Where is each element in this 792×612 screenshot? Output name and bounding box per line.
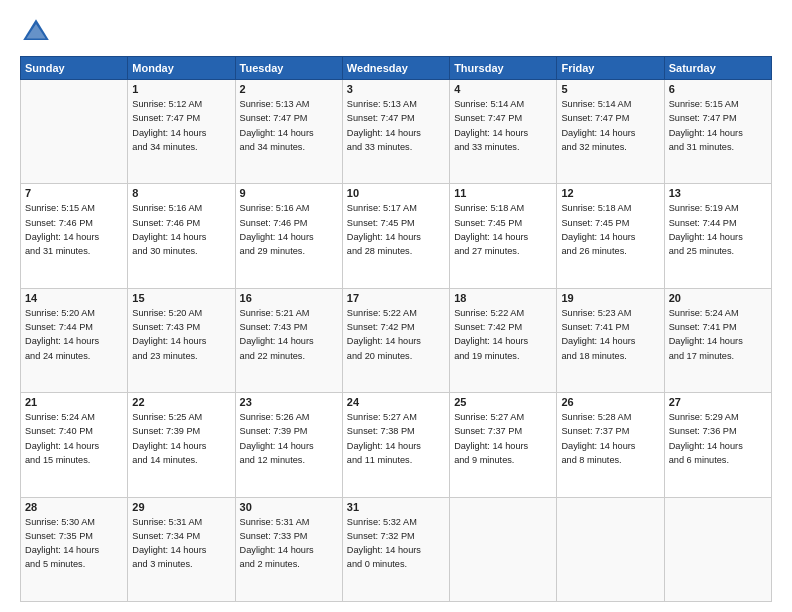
calendar-cell: 16Sunrise: 5:21 AM Sunset: 7:43 PM Dayli… bbox=[235, 288, 342, 392]
calendar-cell: 3Sunrise: 5:13 AM Sunset: 7:47 PM Daylig… bbox=[342, 80, 449, 184]
day-info: Sunrise: 5:29 AM Sunset: 7:36 PM Dayligh… bbox=[669, 410, 767, 467]
calendar-cell: 9Sunrise: 5:16 AM Sunset: 7:46 PM Daylig… bbox=[235, 184, 342, 288]
day-number: 27 bbox=[669, 396, 767, 408]
day-info: Sunrise: 5:22 AM Sunset: 7:42 PM Dayligh… bbox=[347, 306, 445, 363]
day-info: Sunrise: 5:24 AM Sunset: 7:40 PM Dayligh… bbox=[25, 410, 123, 467]
calendar-cell bbox=[557, 497, 664, 601]
calendar-cell: 30Sunrise: 5:31 AM Sunset: 7:33 PM Dayli… bbox=[235, 497, 342, 601]
calendar-cell: 13Sunrise: 5:19 AM Sunset: 7:44 PM Dayli… bbox=[664, 184, 771, 288]
day-number: 24 bbox=[347, 396, 445, 408]
day-info: Sunrise: 5:18 AM Sunset: 7:45 PM Dayligh… bbox=[454, 201, 552, 258]
calendar-cell: 6Sunrise: 5:15 AM Sunset: 7:47 PM Daylig… bbox=[664, 80, 771, 184]
calendar-cell: 22Sunrise: 5:25 AM Sunset: 7:39 PM Dayli… bbox=[128, 393, 235, 497]
calendar-header-monday: Monday bbox=[128, 57, 235, 80]
day-info: Sunrise: 5:14 AM Sunset: 7:47 PM Dayligh… bbox=[454, 97, 552, 154]
day-info: Sunrise: 5:16 AM Sunset: 7:46 PM Dayligh… bbox=[132, 201, 230, 258]
calendar-cell: 23Sunrise: 5:26 AM Sunset: 7:39 PM Dayli… bbox=[235, 393, 342, 497]
day-number: 31 bbox=[347, 501, 445, 513]
calendar-header-sunday: Sunday bbox=[21, 57, 128, 80]
day-number: 1 bbox=[132, 83, 230, 95]
calendar-cell: 14Sunrise: 5:20 AM Sunset: 7:44 PM Dayli… bbox=[21, 288, 128, 392]
day-number: 29 bbox=[132, 501, 230, 513]
day-info: Sunrise: 5:16 AM Sunset: 7:46 PM Dayligh… bbox=[240, 201, 338, 258]
calendar-cell: 7Sunrise: 5:15 AM Sunset: 7:46 PM Daylig… bbox=[21, 184, 128, 288]
day-info: Sunrise: 5:13 AM Sunset: 7:47 PM Dayligh… bbox=[347, 97, 445, 154]
day-number: 15 bbox=[132, 292, 230, 304]
calendar-header-wednesday: Wednesday bbox=[342, 57, 449, 80]
day-info: Sunrise: 5:28 AM Sunset: 7:37 PM Dayligh… bbox=[561, 410, 659, 467]
calendar-cell bbox=[664, 497, 771, 601]
calendar-cell: 28Sunrise: 5:30 AM Sunset: 7:35 PM Dayli… bbox=[21, 497, 128, 601]
header bbox=[20, 16, 772, 48]
calendar-cell: 8Sunrise: 5:16 AM Sunset: 7:46 PM Daylig… bbox=[128, 184, 235, 288]
day-info: Sunrise: 5:15 AM Sunset: 7:46 PM Dayligh… bbox=[25, 201, 123, 258]
calendar-cell bbox=[450, 497, 557, 601]
calendar-header-row: SundayMondayTuesdayWednesdayThursdayFrid… bbox=[21, 57, 772, 80]
day-number: 28 bbox=[25, 501, 123, 513]
day-number: 5 bbox=[561, 83, 659, 95]
page: SundayMondayTuesdayWednesdayThursdayFrid… bbox=[0, 0, 792, 612]
day-number: 10 bbox=[347, 187, 445, 199]
calendar-cell: 27Sunrise: 5:29 AM Sunset: 7:36 PM Dayli… bbox=[664, 393, 771, 497]
calendar-cell: 31Sunrise: 5:32 AM Sunset: 7:32 PM Dayli… bbox=[342, 497, 449, 601]
day-number: 16 bbox=[240, 292, 338, 304]
day-number: 11 bbox=[454, 187, 552, 199]
calendar-cell: 24Sunrise: 5:27 AM Sunset: 7:38 PM Dayli… bbox=[342, 393, 449, 497]
day-info: Sunrise: 5:27 AM Sunset: 7:37 PM Dayligh… bbox=[454, 410, 552, 467]
day-info: Sunrise: 5:32 AM Sunset: 7:32 PM Dayligh… bbox=[347, 515, 445, 572]
day-number: 25 bbox=[454, 396, 552, 408]
day-info: Sunrise: 5:20 AM Sunset: 7:43 PM Dayligh… bbox=[132, 306, 230, 363]
day-number: 23 bbox=[240, 396, 338, 408]
calendar-header-tuesday: Tuesday bbox=[235, 57, 342, 80]
calendar-cell: 4Sunrise: 5:14 AM Sunset: 7:47 PM Daylig… bbox=[450, 80, 557, 184]
day-info: Sunrise: 5:27 AM Sunset: 7:38 PM Dayligh… bbox=[347, 410, 445, 467]
day-number: 17 bbox=[347, 292, 445, 304]
logo bbox=[20, 16, 56, 48]
calendar-cell: 19Sunrise: 5:23 AM Sunset: 7:41 PM Dayli… bbox=[557, 288, 664, 392]
day-info: Sunrise: 5:30 AM Sunset: 7:35 PM Dayligh… bbox=[25, 515, 123, 572]
day-number: 6 bbox=[669, 83, 767, 95]
day-number: 4 bbox=[454, 83, 552, 95]
day-info: Sunrise: 5:31 AM Sunset: 7:34 PM Dayligh… bbox=[132, 515, 230, 572]
calendar-cell: 1Sunrise: 5:12 AM Sunset: 7:47 PM Daylig… bbox=[128, 80, 235, 184]
day-info: Sunrise: 5:17 AM Sunset: 7:45 PM Dayligh… bbox=[347, 201, 445, 258]
calendar-cell: 12Sunrise: 5:18 AM Sunset: 7:45 PM Dayli… bbox=[557, 184, 664, 288]
day-info: Sunrise: 5:12 AM Sunset: 7:47 PM Dayligh… bbox=[132, 97, 230, 154]
calendar-cell: 18Sunrise: 5:22 AM Sunset: 7:42 PM Dayli… bbox=[450, 288, 557, 392]
calendar-cell: 29Sunrise: 5:31 AM Sunset: 7:34 PM Dayli… bbox=[128, 497, 235, 601]
day-number: 9 bbox=[240, 187, 338, 199]
day-info: Sunrise: 5:19 AM Sunset: 7:44 PM Dayligh… bbox=[669, 201, 767, 258]
day-number: 30 bbox=[240, 501, 338, 513]
day-number: 18 bbox=[454, 292, 552, 304]
day-info: Sunrise: 5:20 AM Sunset: 7:44 PM Dayligh… bbox=[25, 306, 123, 363]
day-number: 2 bbox=[240, 83, 338, 95]
day-number: 19 bbox=[561, 292, 659, 304]
day-info: Sunrise: 5:15 AM Sunset: 7:47 PM Dayligh… bbox=[669, 97, 767, 154]
calendar-cell: 20Sunrise: 5:24 AM Sunset: 7:41 PM Dayli… bbox=[664, 288, 771, 392]
calendar-table: SundayMondayTuesdayWednesdayThursdayFrid… bbox=[20, 56, 772, 602]
calendar-cell: 25Sunrise: 5:27 AM Sunset: 7:37 PM Dayli… bbox=[450, 393, 557, 497]
calendar-week-row: 7Sunrise: 5:15 AM Sunset: 7:46 PM Daylig… bbox=[21, 184, 772, 288]
day-number: 20 bbox=[669, 292, 767, 304]
day-number: 22 bbox=[132, 396, 230, 408]
calendar-cell: 26Sunrise: 5:28 AM Sunset: 7:37 PM Dayli… bbox=[557, 393, 664, 497]
day-number: 8 bbox=[132, 187, 230, 199]
day-info: Sunrise: 5:14 AM Sunset: 7:47 PM Dayligh… bbox=[561, 97, 659, 154]
calendar-cell: 5Sunrise: 5:14 AM Sunset: 7:47 PM Daylig… bbox=[557, 80, 664, 184]
day-info: Sunrise: 5:26 AM Sunset: 7:39 PM Dayligh… bbox=[240, 410, 338, 467]
day-number: 13 bbox=[669, 187, 767, 199]
calendar-week-row: 21Sunrise: 5:24 AM Sunset: 7:40 PM Dayli… bbox=[21, 393, 772, 497]
calendar-cell: 2Sunrise: 5:13 AM Sunset: 7:47 PM Daylig… bbox=[235, 80, 342, 184]
calendar-cell: 15Sunrise: 5:20 AM Sunset: 7:43 PM Dayli… bbox=[128, 288, 235, 392]
day-number: 14 bbox=[25, 292, 123, 304]
day-info: Sunrise: 5:21 AM Sunset: 7:43 PM Dayligh… bbox=[240, 306, 338, 363]
day-info: Sunrise: 5:31 AM Sunset: 7:33 PM Dayligh… bbox=[240, 515, 338, 572]
calendar-week-row: 1Sunrise: 5:12 AM Sunset: 7:47 PM Daylig… bbox=[21, 80, 772, 184]
calendar-header-saturday: Saturday bbox=[664, 57, 771, 80]
day-info: Sunrise: 5:22 AM Sunset: 7:42 PM Dayligh… bbox=[454, 306, 552, 363]
day-info: Sunrise: 5:23 AM Sunset: 7:41 PM Dayligh… bbox=[561, 306, 659, 363]
logo-icon bbox=[20, 16, 52, 48]
calendar-header-thursday: Thursday bbox=[450, 57, 557, 80]
day-info: Sunrise: 5:18 AM Sunset: 7:45 PM Dayligh… bbox=[561, 201, 659, 258]
day-number: 12 bbox=[561, 187, 659, 199]
